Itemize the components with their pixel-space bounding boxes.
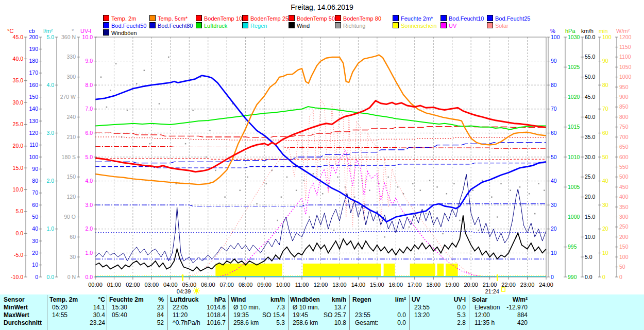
axis-tick-label: 600 xyxy=(619,154,629,160)
axis-tick-label: 500 xyxy=(619,173,629,180)
weather-chart: -10.0-5.00.05.010.015.020.025.030.035.04… xyxy=(0,0,644,330)
axis-rain-amount: 0.01.02.03.04.05.0l/m² xyxy=(43,28,58,280)
axis-tick-label: 70 xyxy=(602,106,608,112)
table-cell: 0.0 xyxy=(412,304,466,311)
table-cell: 84 xyxy=(109,311,164,319)
axis-tick-label: 1020 xyxy=(568,94,580,100)
legend-swatch xyxy=(149,22,156,28)
axis-wind-direction: 0 N306090 O120150180 S210240270 W3003303… xyxy=(60,28,80,280)
axis-tick-label: 30 xyxy=(70,254,76,260)
axis-tick-label: 190 xyxy=(29,46,38,52)
legend-item-bodentemp-80: BodenTemp 80 xyxy=(335,15,381,21)
axis-tick-label: 140 xyxy=(29,106,38,112)
axis-unit-label: cb xyxy=(29,28,35,34)
table-cell: SO 25.7 xyxy=(290,311,346,319)
x-tick-label: 18:00 xyxy=(426,282,440,288)
axis-tick-label: 200 xyxy=(619,234,629,240)
axis-tick-label: 700 xyxy=(619,134,629,140)
axis-tick-label: 15.0 xyxy=(13,165,24,171)
axis-tick-label: 90 O xyxy=(64,214,76,220)
axis-tick-label: 0 xyxy=(619,274,622,280)
axis-tick-label: 1100 xyxy=(619,54,631,60)
legend-item-bod-feucht10: Bod.Feucht10 xyxy=(440,15,484,21)
series xyxy=(95,55,546,277)
table-cell: % xyxy=(109,296,164,303)
legend-label: Feuchte 2m* xyxy=(401,15,433,22)
legend-swatch xyxy=(196,22,202,28)
axis-tick-label: 0 N xyxy=(67,274,76,280)
axis-tick-label: 50 xyxy=(551,154,557,160)
axis-pressure: 9909951000100510101015102010251030hPa xyxy=(564,28,580,280)
axis-tick-label: 160 xyxy=(29,82,38,88)
sunshine-bar xyxy=(410,264,435,276)
axis-tick-label: 70 xyxy=(551,106,557,112)
axis-tick-label: 250 xyxy=(619,223,629,230)
legend-label: BodenTemp 25 xyxy=(250,15,289,22)
axis-tick-label: 1010 xyxy=(568,154,580,160)
weather-chart-screen: Freitag, 14.06.2019 -10.0-5.00.05.010.01… xyxy=(0,0,644,330)
table-cell: km/h xyxy=(290,296,346,303)
axis-tick-label: 20 xyxy=(551,225,557,232)
axis-unit-label: % xyxy=(550,28,555,34)
x-tick-label: 20:00 xyxy=(464,282,478,288)
legend-swatch xyxy=(103,29,109,36)
series-windboeen xyxy=(95,174,546,263)
table-separator xyxy=(107,295,107,330)
x-tick-label: 21:00 xyxy=(483,282,497,288)
legend-item-bod-feucht80: Bod.Feucht80 xyxy=(149,22,193,28)
x-tick-label: 00:00 xyxy=(88,282,103,288)
legend-item-windb-en: Windböen xyxy=(103,29,137,36)
axis-tick-label: 10.0 xyxy=(13,186,24,193)
axis-tick-label: 1025 xyxy=(568,64,580,70)
stats-table: SensorMinWertMaxWertDurchschnittTemp. 2m… xyxy=(0,294,644,330)
axis-unit-label: min xyxy=(599,28,608,34)
x-tick-label: 16:00 xyxy=(389,282,403,288)
sunshine-bar xyxy=(215,264,282,276)
legend-swatch xyxy=(487,15,493,21)
axis-tick-label: 330 xyxy=(66,54,76,60)
axis-uv-index: 0.01.02.03.04.05.06.07.08.09.010.0UV-I xyxy=(80,28,97,280)
legend-item-bod-feucht50: Bod.Feucht50 xyxy=(103,22,147,28)
legend-label: Solar xyxy=(495,23,509,29)
table-cell: km/h xyxy=(231,296,285,303)
axis-tick-label: 150 xyxy=(619,244,629,250)
legend-swatch xyxy=(149,15,156,21)
table-cell: °C xyxy=(49,296,105,303)
axis-tick-label: 3.0 xyxy=(46,130,54,136)
legend-item-luftdruck: Luftdruck xyxy=(196,22,227,28)
axis-tick-label: 130 xyxy=(29,118,38,124)
axis-unit-label: l/m² xyxy=(43,28,53,34)
axis-soil-tension: 0102030405060708090100110120130140150160… xyxy=(29,28,42,280)
axis-tick-label: 200 xyxy=(29,34,38,40)
legend-item-uv: UV xyxy=(440,22,456,28)
axis-tick-label: 25.0 xyxy=(585,173,596,180)
axis-tick-label: 240 xyxy=(66,114,76,120)
axis-tick-label: 100 xyxy=(29,154,38,160)
axis-tick-label: 30 xyxy=(602,202,608,208)
table-cell: 23.24 xyxy=(49,319,105,326)
axis-tick-label: 70 xyxy=(32,189,38,196)
x-tick-label: 02:00 xyxy=(126,282,140,288)
axis-tick-label: 40.0 xyxy=(13,56,24,62)
table-separator xyxy=(469,295,469,330)
table-cell: 1018.4 xyxy=(170,311,226,319)
x-tick-label: 04:00 xyxy=(163,282,178,288)
table-cell: 52 xyxy=(109,319,164,326)
axis-tick-label: 60 xyxy=(70,234,76,240)
x-tick-label: 19:00 xyxy=(445,282,460,288)
axis-tick-label: 1000 xyxy=(568,214,580,220)
axis-sunshine-minutes: 0102030405060708090100min xyxy=(598,28,612,280)
legend-item-temp-2m: Temp. 2m xyxy=(103,15,136,21)
axis-tick-label: 50 xyxy=(602,154,608,160)
x-tick-label: 10:00 xyxy=(276,282,291,288)
axis-tick-label: 0 xyxy=(551,274,554,280)
axis-tick-label: 0.0 xyxy=(15,230,23,236)
table-cell: MinWert xyxy=(4,304,28,311)
axis-tick-label: 850 xyxy=(619,103,629,110)
axis-tick-label: 45.0 xyxy=(13,34,24,40)
axis-tick-label: 40.0 xyxy=(585,114,596,120)
axis-tick-label: 150 xyxy=(66,173,76,180)
sunset-time: 21:24 xyxy=(485,288,499,294)
axis-tick-label: 450 xyxy=(619,184,629,190)
axis-wind-speed: 0.05.010.015.020.025.030.035.040.045.050… xyxy=(581,28,596,280)
